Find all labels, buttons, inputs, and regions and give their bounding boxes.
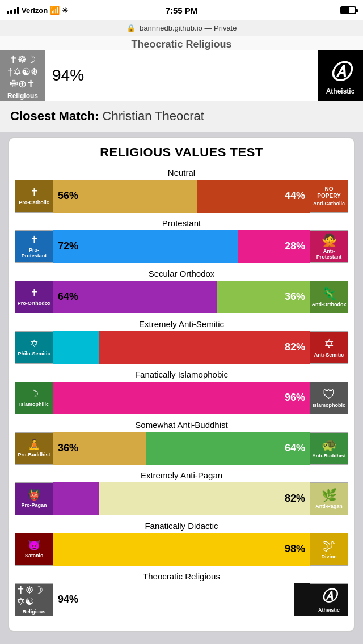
axis-row: Extremely Anti-Semitic✡Philo-Semitic82%✡… (15, 319, 348, 364)
bar-right-fill: 44% (197, 180, 310, 213)
bar-right-icon: 🐢Anti-Buddhist (310, 432, 348, 465)
bar-row: ✡Philo-Semitic82%✡Anti-Semitic (15, 331, 348, 364)
bar-right-icon: 🦎Anti-Orthodox (310, 281, 348, 313)
activity-icon: ✳ (62, 6, 68, 15)
bar-track: 56%44% (53, 180, 310, 213)
bar-left-fill: 72% (53, 230, 238, 263)
bar-right-icon: 🕊Divine (310, 533, 348, 566)
bar-right-fill: 82% (99, 331, 310, 364)
bar-left-fill: 64% (53, 281, 217, 313)
bar-left-icon: ✡Philo-Semitic (15, 331, 53, 364)
bar-track: 72%28% (53, 230, 310, 263)
top-axis-bar: ✝☸☽†✡☯☬✙⊕✝ Religious 94% Ⓐ Atheistic (0, 50, 363, 101)
url-suffix: — Private (204, 24, 237, 32)
axis-row: Secular Orthodox✝Pro-Orthodox64%36%🦎Anti… (15, 269, 348, 313)
row-label: Protestant (15, 218, 348, 228)
bar-track: 64%36% (53, 281, 310, 313)
carrier-info: Verizon 📶 ✳ (7, 6, 68, 15)
battery-icon (340, 6, 356, 14)
closest-match-label: Closest Match: (10, 109, 99, 123)
bar-row: ✝Pro-Protestant72%28%🙅Anti-Protestant (15, 230, 348, 263)
bar-track: 82% (53, 331, 310, 364)
atheistic-symbol: Ⓐ (330, 58, 351, 86)
axis-row: Fanatically Islamophobic☽Islamophilic96%… (15, 370, 348, 414)
bar-left-fill (53, 331, 99, 364)
page-header: Theocratic Religious (0, 36, 363, 50)
axis-row: Protestant✝Pro-Protestant72%28%🙅Anti-Pro… (15, 218, 348, 263)
bar-row: ✝Pro-Catholic56%44%NOPOPERYAnti-Catholic (15, 180, 348, 213)
bar-left-fill: 94% (53, 583, 294, 616)
bar-row: ✝☸☽ ✡☯Religious94%ⒶAtheistic (15, 583, 348, 616)
bar-left-fill: 56% (53, 180, 197, 213)
row-label: Secular Orthodox (15, 269, 348, 278)
bar-right-icon: 🌿Anti-Pagan (310, 482, 348, 515)
bar-track: 96% (53, 382, 310, 414)
back-section: Back (0, 638, 363, 644)
bar-track: 82% (53, 482, 310, 515)
main-card: RELIGIOUS VALUES TEST Neutral✝Pro-Cathol… (8, 137, 355, 632)
bar-left-fill (53, 382, 64, 414)
row-label: Theocratic Religious (15, 571, 348, 581)
closest-match-value: Christian Theocrat (103, 109, 204, 123)
atheistic-icon: Ⓐ Atheistic (318, 50, 363, 101)
bar-row: ✝Pro-Orthodox64%36%🦎Anti-Orthodox (15, 281, 348, 313)
url-text: bannnedb.github.io (140, 24, 202, 32)
battery-area (340, 6, 356, 14)
bar-track: 98% (53, 533, 310, 566)
axis-rows: Neutral✝Pro-Catholic56%44%NOPOPERYAnti-C… (15, 168, 348, 616)
axis-row: Theocratic Religious✝☸☽ ✡☯Religious94%ⒶA… (15, 571, 348, 616)
axis-pct-label: 94% (45, 58, 318, 92)
bar-right-fill (294, 583, 310, 616)
url-bar[interactable]: 🔒 bannnedb.github.io — Private (0, 20, 363, 36)
bar-right-icon: ⒶAtheistic (310, 583, 348, 616)
axis-track: 94% (45, 50, 318, 101)
axis-row: Extremely Anti-Pagan👹Pro-Pagan82%🌿Anti-P… (15, 471, 348, 515)
row-label: Somewhat Anti-Buddhist (15, 420, 348, 430)
row-label: Fanatically Islamophobic (15, 370, 348, 379)
bar-right-fill: 98% (58, 533, 310, 566)
bar-track: 36%64% (53, 432, 310, 465)
bar-left-icon: ✝Pro-Orthodox (15, 281, 53, 313)
bar-track: 94% (53, 583, 310, 616)
status-time: 7:55 PM (166, 6, 198, 15)
lock-icon: 🔒 (126, 24, 136, 32)
bar-row: 😈Satanic98%🕊Divine (15, 533, 348, 566)
axis-row: Fanatically Didactic😈Satanic98%🕊Divine (15, 521, 348, 566)
bar-left-icon: 😈Satanic (15, 533, 53, 566)
bar-row: 👹Pro-Pagan82%🌿Anti-Pagan (15, 482, 348, 515)
bar-right-icon: NOPOPERYAnti-Catholic (310, 180, 348, 213)
bar-row: 🧘Pro-Buddhist36%64%🐢Anti-Buddhist (15, 432, 348, 465)
status-bar: Verizon 📶 ✳ 7:55 PM (0, 0, 363, 20)
header-title: Theocratic Religious (131, 39, 231, 50)
axis-row: Somewhat Anti-Buddhist🧘Pro-Buddhist36%64… (15, 420, 348, 465)
bar-right-icon: ✡Anti-Semitic (310, 331, 348, 364)
bar-left-icon: ✝Pro-Protestant (15, 230, 53, 263)
bar-left-icon: ☽Islamophilic (15, 382, 53, 414)
bar-left-fill (53, 533, 58, 566)
bar-left-icon: 👹Pro-Pagan (15, 482, 53, 515)
card-title: RELIGIOUS VALUES TEST (15, 145, 348, 160)
axis-row: Neutral✝Pro-Catholic56%44%NOPOPERYAnti-C… (15, 168, 348, 213)
bar-left-icon: ✝Pro-Catholic (15, 180, 53, 213)
row-label: Extremely Anti-Pagan (15, 471, 348, 480)
carrier-name: Verizon (22, 6, 48, 15)
bar-left-fill (53, 482, 99, 515)
bar-right-fill: 82% (99, 482, 310, 515)
religious-symbols: ✝☸☽†✡☯☬✙⊕✝ (7, 54, 38, 91)
row-label: Extremely Anti-Semitic (15, 319, 348, 329)
row-label: Neutral (15, 168, 348, 177)
bar-right-fill: 36% (217, 281, 310, 313)
bar-left-icon: 🧘Pro-Buddhist (15, 432, 53, 465)
atheistic-label: Atheistic (326, 87, 355, 95)
bar-right-fill: 96% (64, 382, 310, 414)
religious-icon: ✝☸☽†✡☯☬✙⊕✝ Religious (0, 50, 45, 101)
row-label: Fanatically Didactic (15, 521, 348, 531)
bar-right-fill: 28% (238, 230, 310, 263)
bar-row: ☽Islamophilic96%🛡Islamophobic (15, 382, 348, 414)
bar-right-fill: 64% (146, 432, 310, 465)
wifi-icon: 📶 (50, 6, 60, 15)
bar-left-icon: ✝☸☽ ✡☯Religious (15, 583, 53, 616)
bar-right-icon: 🛡Islamophobic (310, 382, 348, 414)
bar-left-fill: 36% (53, 432, 146, 465)
closest-match-section: Closest Match: Christian Theocrat (0, 101, 363, 132)
